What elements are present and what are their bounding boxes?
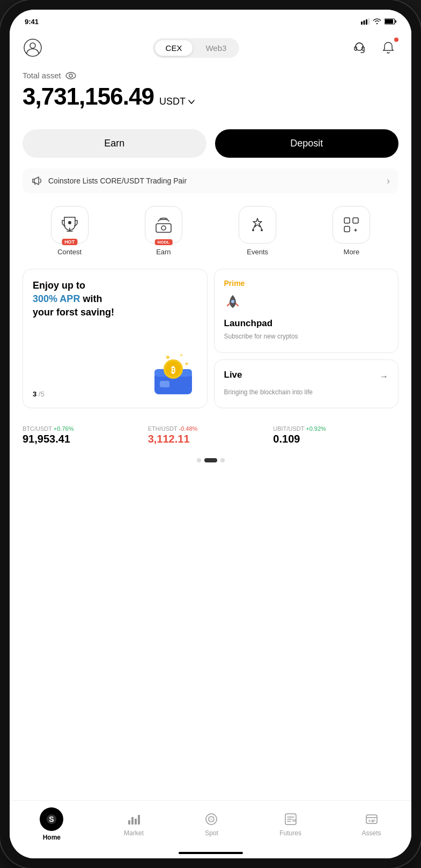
profile-button[interactable] xyxy=(23,38,43,58)
svg-rect-5 xyxy=(385,19,393,24)
earn-card-bottom: 3 /5 xyxy=(33,353,197,398)
ticker-ubit-price: 0.109 xyxy=(273,433,398,445)
ticker-btc-pair: BTC/USDT +0.76% xyxy=(23,423,148,433)
contest-icon xyxy=(60,215,79,234)
ticker-btc-price: 91,953.41 xyxy=(23,433,148,445)
svg-point-44 xyxy=(368,820,371,822)
assets-icon xyxy=(364,812,379,827)
svg-point-8 xyxy=(30,43,35,48)
quick-item-earn[interactable]: HODL Earn xyxy=(145,206,182,256)
svg-rect-36 xyxy=(131,817,134,825)
nav-market[interactable]: Market xyxy=(124,812,144,837)
amount-currency: USDT xyxy=(159,96,195,107)
earn-card-headline: Enjoy up to 300% APR with your forst sav… xyxy=(33,279,197,320)
cards-section: Enjoy up to 300% APR with your forst sav… xyxy=(23,269,398,408)
events-icon xyxy=(248,215,267,234)
svg-point-32 xyxy=(231,300,234,303)
prime-label: Prime xyxy=(224,279,389,288)
nav-assets[interactable]: Assets xyxy=(362,812,381,837)
events-icon-box xyxy=(239,206,276,244)
svg-rect-0 xyxy=(361,21,363,25)
card-live[interactable]: Live → Bringing the blockchain into life xyxy=(214,359,399,409)
live-arrow: → xyxy=(380,372,388,381)
support-button[interactable] xyxy=(349,38,370,58)
more-label: More xyxy=(344,248,360,256)
ticker-btc[interactable]: BTC/USDT +0.76% 91,953.41 xyxy=(23,421,148,447)
hot-badge: HOT xyxy=(62,239,77,245)
svg-point-24 xyxy=(185,363,188,365)
more-icon-box xyxy=(333,206,370,244)
svg-text:₿: ₿ xyxy=(171,365,175,374)
svg-point-22 xyxy=(166,356,169,359)
live-desc: Bringing the blockchain into life xyxy=(224,388,389,397)
svg-rect-30 xyxy=(160,381,169,387)
svg-rect-1 xyxy=(364,20,365,25)
hodl-badge: HODL xyxy=(155,239,173,245)
ticker-ubit[interactable]: UBIT/USDT +0.92% 0.109 xyxy=(273,421,398,447)
nav-futures[interactable]: Futures xyxy=(279,812,301,837)
assets-label: Assets xyxy=(362,829,381,837)
futures-label: Futures xyxy=(279,829,301,837)
spot-label: Spot xyxy=(205,829,218,837)
bottom-nav: S Home Market xyxy=(10,800,411,852)
market-label: Market xyxy=(124,829,144,837)
nav-spot[interactable]: Spot xyxy=(204,812,219,837)
header: CEX Web3 xyxy=(10,33,411,67)
ticker-eth-price: 3,112.11 xyxy=(148,433,274,445)
wallet-illustration: ₿ xyxy=(149,353,197,398)
market-tickers: BTC/USDT +0.76% 91,953.41 ETH/USDT -0.48… xyxy=(23,421,398,447)
announcement-chevron: › xyxy=(387,175,390,187)
ticker-eth[interactable]: ETH/USDT -0.48% 3,112.11 xyxy=(148,421,274,447)
nav-home[interactable]: S Home xyxy=(40,807,63,841)
svg-rect-19 xyxy=(344,218,350,223)
svg-rect-35 xyxy=(128,820,130,825)
main-content: Total asset 3,731,156.49 USDT Earn xyxy=(10,67,411,800)
exchange-toggle[interactable]: CEX Web3 xyxy=(153,38,240,58)
earn-icon xyxy=(154,215,173,234)
card-prime[interactable]: Prime Launchpad Subscribe for new crypto… xyxy=(214,269,399,353)
dot-1 xyxy=(197,458,201,462)
phone-frame: 9:41 CEX Web3 xyxy=(0,0,421,868)
status-bar: 9:41 xyxy=(10,10,411,33)
quick-item-more[interactable]: More xyxy=(333,206,370,256)
action-buttons: Earn Deposit xyxy=(23,129,398,158)
web3-tab[interactable]: Web3 xyxy=(195,40,237,56)
home-indicator-bar xyxy=(10,852,411,858)
announcement-text: Coinstore Lists CORE/USDT Trading Pair xyxy=(31,175,187,187)
battery-icon xyxy=(385,18,396,25)
total-asset-label: Total asset xyxy=(23,71,398,80)
earn-label: Earn xyxy=(156,248,171,256)
dot-3 xyxy=(220,458,225,462)
total-asset-section: Total asset 3,731,156.49 USDT xyxy=(23,67,398,129)
contest-label: Contest xyxy=(57,248,82,256)
svg-rect-43 xyxy=(366,815,377,823)
quick-item-contest[interactable]: HOT Contest xyxy=(51,206,88,256)
svg-point-14 xyxy=(68,221,71,224)
more-icon xyxy=(342,215,361,234)
home-label: Home xyxy=(43,834,61,841)
contest-icon-box: HOT xyxy=(51,206,88,244)
launchpad-desc: Subscribe for new cryptos xyxy=(224,332,389,341)
svg-text:S: S xyxy=(49,815,54,823)
megaphone-icon xyxy=(31,175,43,187)
launchpad-icon xyxy=(224,293,389,314)
notification-button[interactable] xyxy=(378,38,398,58)
svg-rect-20 xyxy=(353,218,358,223)
svg-point-12 xyxy=(66,72,76,79)
svg-rect-15 xyxy=(156,224,171,232)
deposit-button[interactable]: Deposit xyxy=(215,129,399,158)
svg-point-16 xyxy=(161,226,166,230)
earn-card-text: Enjoy up to 300% APR with your forst sav… xyxy=(33,279,197,320)
eye-icon[interactable] xyxy=(65,72,76,79)
card-earn[interactable]: Enjoy up to 300% APR with your forst sav… xyxy=(23,269,208,408)
announcement-banner[interactable]: Coinstore Lists CORE/USDT Trading Pair › xyxy=(23,168,398,193)
cex-tab[interactable]: CEX xyxy=(155,40,193,56)
svg-rect-42 xyxy=(292,819,296,822)
spot-icon xyxy=(204,812,219,827)
market-icon xyxy=(126,812,141,827)
quick-item-events[interactable]: Events xyxy=(239,206,276,256)
earn-button[interactable]: Earn xyxy=(23,129,206,158)
ticker-dots xyxy=(23,458,398,462)
ticker-ubit-pair: UBIT/USDT +0.92% xyxy=(273,423,398,433)
currency-dropdown-icon[interactable] xyxy=(188,98,195,106)
